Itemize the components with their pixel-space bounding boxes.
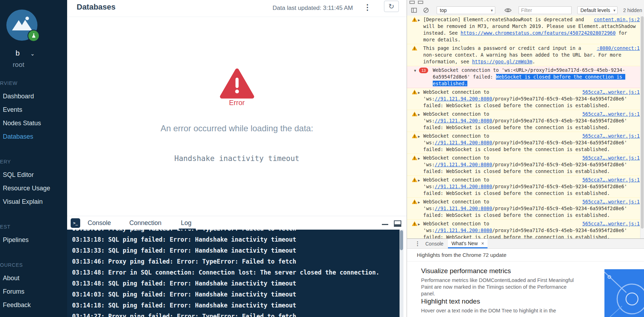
devtools-mini-icon-1[interactable] xyxy=(409,1,415,4)
whats-new-section-title: Highlight text nodes xyxy=(421,298,480,305)
expander-icon[interactable]: ▶ xyxy=(418,177,420,184)
websocket-url-link[interactable]: //91.121.94.200:8080 xyxy=(435,140,492,145)
sidebar-item-events[interactable]: Events xyxy=(0,103,67,116)
message-text: WebSocket connection to xyxy=(423,177,489,183)
app-console-log: 03:13:06: Proxy ping failed: Error: Type… xyxy=(67,230,400,317)
source-link[interactable]: content.min.js:2 xyxy=(594,16,640,23)
close-icon[interactable]: × xyxy=(481,241,484,246)
expander-icon[interactable]: ▼ xyxy=(414,67,416,74)
tab-log[interactable]: Log xyxy=(181,219,191,227)
websocket-url-link[interactable]: //91.121.94.200:8080 xyxy=(435,227,492,233)
expander-icon[interactable]: ▶ xyxy=(418,133,420,140)
filter-input[interactable] xyxy=(519,6,572,14)
expander-icon[interactable]: ▶ xyxy=(418,17,420,23)
websocket-url-link[interactable]: //91.121.94.200:8080 xyxy=(435,96,492,102)
whats-new-section-body: Performance metrics like DOMContentLoade… xyxy=(421,277,574,297)
expander-icon[interactable]: ▶ xyxy=(418,221,420,227)
message-text: failed: WebSocket is closed before the c… xyxy=(423,124,640,131)
sidebar-nav: RVIEWDashboardEventsNodes StatusDatabase… xyxy=(0,78,67,312)
app-logo[interactable] xyxy=(6,9,38,41)
message-text: /proxy?id=59ea717d-65c9-45eb-9234-6a5954… xyxy=(492,118,627,123)
log-levels-dropdown[interactable]: Default levels ▾ xyxy=(577,6,618,14)
tab-connection[interactable]: Connection xyxy=(129,219,161,227)
warning-icon xyxy=(412,90,417,96)
websocket-url-link[interactable]: //91.121.94.200:8080 xyxy=(435,206,492,211)
source-link[interactable]: 565cca7….worker.js:1 xyxy=(582,89,640,96)
devtools-scrollbar-thumb[interactable] xyxy=(641,16,644,229)
chevron-down-icon: ▾ xyxy=(491,7,493,14)
console-message-websocket-error-group: ▼ 13 WebSocket connection to 'ws:<URL>/p… xyxy=(407,66,644,88)
websocket-url-link[interactable]: //91.121.94.200:8080 xyxy=(435,162,492,167)
expander-icon[interactable]: ▶ xyxy=(418,155,420,162)
message-text: WebSocket connection to xyxy=(423,199,489,204)
maximize-icon[interactable] xyxy=(394,220,401,227)
websocket-url-link[interactable]: //91.121.94.200:8080 xyxy=(435,184,492,189)
sidebar-item-visual-explain[interactable]: Visual Explain xyxy=(0,195,67,208)
warning-icon xyxy=(412,133,417,140)
sidebar-item-nodes-status[interactable]: Nodes Status xyxy=(0,116,67,130)
overflow-menu-icon[interactable]: ⋮ xyxy=(364,3,371,12)
source-link[interactable]: 565cca7….worker.js:1 xyxy=(582,198,640,205)
message-text: WebSocket connection to 'ws:<URL>/proxy?… xyxy=(433,67,640,74)
message-text: 'ws: xyxy=(423,206,435,211)
eye-icon[interactable] xyxy=(504,8,512,14)
devtools-mini-icon-2[interactable] xyxy=(418,1,423,4)
warning-icon xyxy=(412,199,417,206)
sidebar-item-feedback[interactable]: Feedback xyxy=(0,298,67,312)
sidebar-item-resource-usage[interactable]: Resource Usage xyxy=(0,181,67,195)
devtools-scrollbar[interactable] xyxy=(640,16,644,238)
minimize-icon[interactable] xyxy=(382,224,388,225)
tab-console[interactable]: Console xyxy=(88,219,111,227)
clear-console-icon[interactable] xyxy=(423,7,429,15)
message-text: 'ws: xyxy=(423,140,435,145)
message-text: failed: WebSocket is closed before the c… xyxy=(423,190,640,197)
drawer-tabbar: ⋮ Console What's New× xyxy=(407,239,644,249)
websocket-url-link[interactable]: //91.121.94.200:8080 xyxy=(435,118,492,123)
console-log-line: 03:13:46: Proxy ping failed: Error: Type… xyxy=(72,256,400,267)
sidebar-item-forums[interactable]: Forums xyxy=(0,285,67,298)
console-warning-websocket: ▶ 565cca7….worker.js:1WebSocket connecti… xyxy=(407,198,644,220)
context-selector-value: top xyxy=(440,7,447,13)
expander-icon[interactable]: ▶ xyxy=(418,111,420,118)
message-text: WebSocket connection to xyxy=(423,133,489,139)
source-link[interactable]: 565cca7….worker.js:1 xyxy=(582,177,640,183)
message-text: /proxy?id=59ea717d-65c9-45eb-9234-6a5954… xyxy=(492,184,627,189)
drawer-tab-whats-new[interactable]: What's New× xyxy=(448,239,488,248)
warning-icon xyxy=(412,46,417,52)
message-text: failed: WebSocket is closed before the c… xyxy=(423,146,640,153)
expander-icon[interactable]: ▶ xyxy=(418,89,420,96)
goo-gl-link[interactable]: https://goo.gl/zmWq3m xyxy=(472,59,532,64)
source-link[interactable]: :8080/connect:1 xyxy=(597,45,640,52)
source-link[interactable]: 565cca7….worker.js:1 xyxy=(582,133,640,139)
sidebar-item-about[interactable]: About xyxy=(0,271,67,285)
sidebar-item-sql-editor[interactable]: SQL Editor xyxy=(0,168,67,181)
sidebar-item-databases[interactable]: Databases xyxy=(0,130,67,143)
refresh-button[interactable]: ↻ xyxy=(384,1,399,12)
main-header: Databases Data last updated: 3:11:45 AM … xyxy=(67,0,407,17)
cluster-selector[interactable]: b⌄ xyxy=(16,49,35,57)
warning-icon xyxy=(412,221,417,228)
last-updated-text: Data last updated: 3:11:45 AM xyxy=(273,5,353,12)
console-warning-websocket: ▶ 565cca7….worker.js:1WebSocket connecti… xyxy=(407,88,644,110)
sidebar-section-label: OURCES xyxy=(0,262,67,268)
sidebar-section-label: ERY xyxy=(0,159,67,165)
main-panel: Databases Data last updated: 3:11:45 AM … xyxy=(67,0,407,317)
source-link[interactable]: 565cca7….worker.js:1 xyxy=(582,111,640,117)
error-label: Error xyxy=(67,99,407,107)
whats-new-section-body: Hover over a text node in the DOM Tree t… xyxy=(421,307,574,314)
console-warning-websocket: ▶ 565cca7….worker.js:1WebSocket connecti… xyxy=(407,220,644,238)
screen: b⌄ root RVIEWDashboardEventsNodes Status… xyxy=(0,0,644,317)
console-scrollbar[interactable] xyxy=(400,230,403,317)
error-message: An error occurred while loading the data… xyxy=(159,123,315,134)
context-selector[interactable]: top ▾ xyxy=(437,6,495,14)
console-sidebar-toggle-icon[interactable] xyxy=(411,8,417,14)
kebab-menu-icon[interactable]: ⋮ xyxy=(415,240,420,247)
expander-icon[interactable]: ▶ xyxy=(418,199,420,206)
sidebar-item-pipelines[interactable]: Pipelines xyxy=(0,233,67,247)
source-link[interactable]: 565cca7….worker.js:1 xyxy=(582,220,640,227)
sidebar-item-dashboard[interactable]: Dashboard xyxy=(0,90,67,103)
source-link[interactable]: 565cca7….worker.js:1 xyxy=(582,155,640,161)
drawer-tab-console[interactable]: Console xyxy=(425,241,443,247)
console-scrollbar-thumb[interactable] xyxy=(400,230,403,250)
chromestatus-link[interactable]: https://www.chromestatus.com/features/45… xyxy=(461,30,616,36)
